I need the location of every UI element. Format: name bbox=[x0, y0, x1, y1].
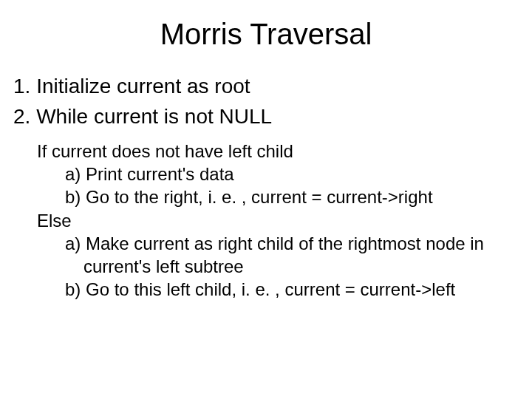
slide-title: Morris Traversal bbox=[13, 18, 519, 51]
else-a-continuation: current's left subtree bbox=[13, 255, 519, 278]
if-b: b) Go to the right, i. e. , current = cu… bbox=[13, 185, 519, 208]
if-branch: If current does not have left child bbox=[13, 140, 519, 163]
step-2: 2. While current is not NULL bbox=[13, 103, 519, 129]
else-b: b) Go to this left child, i. e. , curren… bbox=[13, 278, 519, 301]
else-a: a) Make current as right child of the ri… bbox=[13, 232, 519, 255]
slide: Morris Traversal 1. Initialize current a… bbox=[0, 0, 532, 399]
step-1: 1. Initialize current as root bbox=[13, 73, 519, 99]
if-a: a) Print current's data bbox=[13, 163, 519, 185]
else-branch: Else bbox=[13, 209, 519, 232]
